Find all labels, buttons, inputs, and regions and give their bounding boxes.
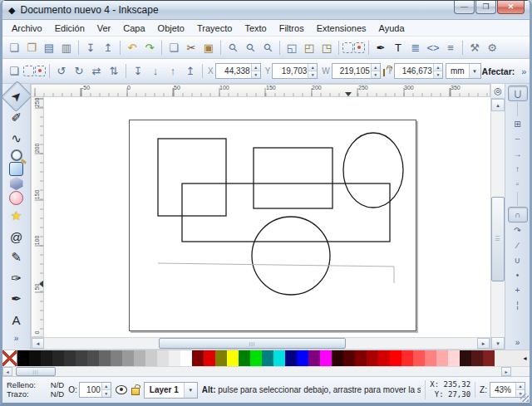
flip-horizontal-icon[interactable]: ⇄ xyxy=(88,63,105,80)
palette-swatch[interactable] xyxy=(390,350,401,366)
tweak-tool-icon[interactable]: ∿ xyxy=(6,129,27,149)
palette-scroll-track[interactable]: ||| xyxy=(12,367,501,376)
opacity-spinner[interactable]: ▲▼ xyxy=(101,383,111,397)
palette-swatch[interactable] xyxy=(285,350,297,366)
menu-ver[interactable]: Ver xyxy=(91,22,117,35)
x-spinner[interactable]: ▲▼ xyxy=(251,64,260,78)
align-dialog-icon[interactable]: ≡ xyxy=(442,39,459,56)
select-ungroup-icon[interactable] xyxy=(354,42,365,53)
palette-swatch[interactable] xyxy=(215,350,227,366)
scroll-down-icon[interactable]: ▾ xyxy=(491,337,505,350)
palette-swatch[interactable] xyxy=(180,350,192,366)
snap-bbox-corners-icon[interactable]: → xyxy=(509,147,527,161)
menu-filtros[interactable]: Filtros xyxy=(273,22,310,35)
select-group-icon[interactable] xyxy=(342,42,353,53)
palette-swatch[interactable] xyxy=(157,350,169,366)
y-spinner[interactable]: ▲▼ xyxy=(308,64,317,78)
layers-dialog-icon[interactable]: ≣ xyxy=(407,39,424,56)
calligraphy-tool-icon[interactable]: ✒ xyxy=(6,289,27,309)
canvas[interactable] xyxy=(44,97,490,337)
width-input[interactable] xyxy=(332,64,371,78)
h-scroll-track[interactable]: ||| xyxy=(44,338,477,349)
width-spinner[interactable]: ▲▼ xyxy=(371,64,380,78)
palette-swatch[interactable] xyxy=(29,350,41,366)
palette-swatch[interactable] xyxy=(367,350,378,366)
print-document-icon[interactable]: ▥ xyxy=(58,39,75,56)
palette-swatch[interactable] xyxy=(111,350,122,366)
toolbox-overflow-icon[interactable]: » xyxy=(14,334,19,343)
fill-stroke-dialog-icon[interactable]: ✒ xyxy=(372,39,389,56)
palette-swatch[interactable] xyxy=(239,350,250,366)
scroll-left-icon[interactable]: ◂ xyxy=(32,338,44,349)
palette-swatch[interactable] xyxy=(471,350,483,366)
xml-editor-icon[interactable]: <> xyxy=(425,39,441,56)
maximize-button[interactable]: ❐ xyxy=(475,1,496,14)
raise-one-step-icon[interactable]: ↑ xyxy=(165,63,181,80)
snap-paths-icon[interactable]: ↷ xyxy=(509,223,527,237)
rectangle-tool-icon[interactable] xyxy=(9,162,23,176)
deselect-icon[interactable] xyxy=(35,66,46,76)
undo-icon[interactable]: ↶ xyxy=(124,39,140,56)
new-document-icon[interactable]: ❏ xyxy=(6,39,22,56)
paste-icon[interactable]: ▣ xyxy=(200,39,217,56)
snap-cusp-nodes-icon[interactable]: ∪ xyxy=(509,253,527,267)
lock-ratio-icon[interactable] xyxy=(383,69,385,76)
vertical-ruler[interactable]: 250200150100500 xyxy=(31,97,44,337)
rectangle-shape-top[interactable] xyxy=(254,148,332,208)
fill-stroke-indicator[interactable]: Relleno: N/D Trazo: N/D xyxy=(7,381,64,399)
palette-swatch[interactable] xyxy=(87,350,99,366)
rotate-ccw-icon[interactable]: ↺ xyxy=(53,63,70,80)
horizontal-ruler[interactable]: -50050100150200250300350 xyxy=(31,84,490,97)
title-bar[interactable]: ◆ Documento nuevo 4 - Inkscape — ❐ ✕ xyxy=(2,0,530,20)
snap-bbox-icon[interactable]: ⊞ xyxy=(509,117,527,131)
palette-nav-icon[interactable]: ◄ xyxy=(495,350,530,366)
star-tool-icon[interactable]: ★ xyxy=(6,206,27,226)
rectangle-shape-wide[interactable] xyxy=(182,183,390,242)
menu-ayuda[interactable]: Ayuda xyxy=(373,22,411,35)
pencil-tool-icon[interactable]: ✎ xyxy=(6,247,27,267)
raise-to-top-icon[interactable]: ↥ xyxy=(182,63,199,80)
box3d-tool-icon[interactable] xyxy=(10,177,23,190)
menu-edición[interactable]: Edición xyxy=(49,22,91,35)
palette-swatch[interactable] xyxy=(355,350,367,366)
palette-swatch[interactable] xyxy=(52,350,64,366)
snap-enable-icon[interactable]: ⋃ xyxy=(508,86,528,101)
toolbar-overflow-icon[interactable]: » xyxy=(521,66,526,76)
selector-tool-icon[interactable]: ➤ xyxy=(0,81,32,112)
palette-swatch[interactable] xyxy=(460,350,471,366)
ellipse-shape[interactable] xyxy=(343,133,403,208)
export-document-icon[interactable]: ↥ xyxy=(100,39,116,56)
layer-visibility-eye-icon[interactable] xyxy=(116,385,127,394)
palette-swatch[interactable] xyxy=(297,350,308,366)
snap-midpoints-icon[interactable]: + xyxy=(509,283,527,297)
palette-swatch[interactable] xyxy=(41,350,52,366)
palette-swatch-none[interactable] xyxy=(2,350,17,366)
save-document-icon[interactable]: ▤ xyxy=(41,39,57,56)
ellipse-tool-icon[interactable] xyxy=(9,191,23,205)
open-document-icon[interactable]: ❐ xyxy=(23,39,40,56)
scroll-up-icon[interactable]: ▴ xyxy=(491,99,505,111)
v-scroll-thumb[interactable]: ||| xyxy=(491,197,505,281)
x-input[interactable] xyxy=(216,64,251,78)
palette-scroll-right-icon[interactable]: ▸ xyxy=(501,367,511,376)
palette-swatch[interactable] xyxy=(122,350,134,366)
palette-swatch[interactable] xyxy=(17,350,29,366)
menu-objeto[interactable]: Objeto xyxy=(152,22,190,35)
snap-nodes-icon[interactable]: ∩ xyxy=(508,207,528,223)
unlink-clone-icon[interactable]: ◳ xyxy=(318,39,335,56)
palette-swatch[interactable] xyxy=(145,350,157,366)
snap-bbox-edges-icon[interactable]: ┄ xyxy=(509,132,527,146)
spiral-tool-icon[interactable]: @ xyxy=(6,227,27,247)
menu-archivo[interactable]: Archivo xyxy=(6,22,48,35)
palette-swatch[interactable] xyxy=(204,350,215,366)
lower-one-step-icon[interactable]: ↓ xyxy=(147,63,164,80)
palette-swatch[interactable] xyxy=(169,350,180,366)
palette-swatch[interactable] xyxy=(262,350,273,366)
palette-swatch[interactable] xyxy=(401,350,413,366)
menu-extensiones[interactable]: Extensiones xyxy=(311,22,372,35)
h-scroll-thumb[interactable]: ||| xyxy=(159,338,346,349)
palette-swatch[interactable] xyxy=(320,350,332,366)
height-spinner[interactable]: ▲▼ xyxy=(433,64,442,78)
palette-scroll-thumb[interactable]: ||| xyxy=(16,367,56,376)
snap-bbox-centers-icon[interactable]: ▫ xyxy=(509,177,527,191)
